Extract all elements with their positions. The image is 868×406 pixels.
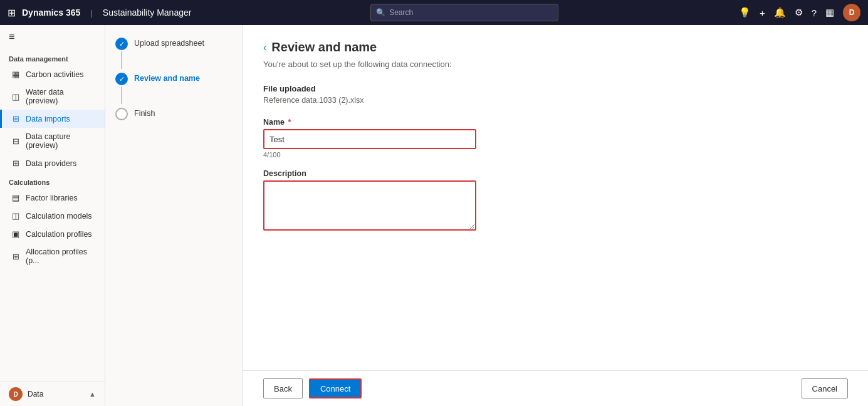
step2-line: ✓ [115,73,128,105]
sidebar-bottom-bar[interactable]: D Data ▲ [0,382,105,406]
step-review: ✓ Review and name [115,73,233,105]
search-icon: 🔍 [376,8,385,17]
sidebar-hamburger-icon[interactable]: ≡ [0,25,105,49]
grid-icon[interactable]: ▦ [825,7,834,18]
nav-divider: | [90,8,92,18]
main-layout: ≡ Data management ▦ Carbon activities ◫ … [0,25,868,406]
sidebar-item-factor-libraries[interactable]: ▤ Factor libraries [0,189,105,207]
back-arrow-icon[interactable]: ‹ [263,42,266,53]
sidebar-item-data-providers[interactable]: ⊞ Data providers [0,154,105,172]
water-icon: ◫ [11,92,21,102]
waffle-icon[interactable]: ⊞ [8,7,16,19]
sidebar-item-data-capture[interactable]: ⊟ Data capture (preview) [0,128,105,154]
sidebar-item-calculation-profiles[interactable]: ▣ Calculation profiles [0,225,105,243]
capture-icon: ⊟ [11,137,21,146]
sidebar-label-imports: Data imports [26,115,70,123]
factor-icon: ▤ [11,193,21,202]
cancel-button[interactable]: Cancel [802,378,848,398]
step1-line: ✓ [115,38,128,70]
sidebar-label-calc-profiles: Calculation profiles [26,230,92,239]
help-icon[interactable]: ? [812,8,817,18]
sidebar-label-models: Calculation models [26,212,92,221]
imports-icon: ⊞ [11,114,21,123]
step3-circle [115,108,128,120]
search-placeholder: Search [389,8,413,17]
step2-connector [121,86,122,104]
step1-label: Upload spreadsheet [134,38,204,49]
search-box[interactable]: 🔍 Search [370,4,558,21]
models-icon: ◫ [11,211,21,221]
sidebar-bottom-chevron-icon: ▲ [89,390,96,398]
char-count: 4/100 [263,151,848,159]
nav-right: 💡 + 🔔 ⚙ ? ▦ D [739,4,860,21]
carbon-icon: ▦ [11,70,21,79]
sidebar: ≡ Data management ▦ Carbon activities ◫ … [0,25,105,406]
sidebar-label-alloc: Allocation profiles (p... [26,247,96,265]
user-avatar[interactable]: D [843,4,860,21]
form-section: File uploaded Reference data.1033 (2).xl… [263,84,848,232]
section-calculations: Calculations [0,172,105,189]
sidebar-item-calculation-models[interactable]: ◫ Calculation models [0,207,105,225]
top-navigation: ⊞ Dynamics 365 | Sustainability Manager … [0,0,868,25]
name-required-star: * [286,118,291,127]
sidebar-label-providers: Data providers [26,159,76,168]
connect-button[interactable]: Connect [309,378,362,398]
page-title: Review and name [271,40,377,55]
sidebar-item-water-data[interactable]: ◫ Water data (preview) [0,83,105,110]
alloc-icon: ⊞ [11,252,21,261]
sidebar-bottom-label: Data [28,390,84,398]
lightbulb-icon[interactable]: 💡 [739,7,751,18]
plus-icon[interactable]: + [760,8,765,18]
page-subtitle: You're about to set up the following dat… [263,60,848,69]
content-area: ‹ Review and name You're about to set up… [243,25,868,406]
sidebar-item-allocation-profiles[interactable]: ⊞ Allocation profiles (p... [0,243,105,269]
calc-profiles-icon: ▣ [11,229,21,239]
sidebar-label-water: Water data (preview) [26,88,96,105]
sidebar-bottom-avatar: D [9,387,23,401]
bell-icon[interactable]: 🔔 [774,7,786,18]
file-uploaded-heading: File uploaded [263,84,848,93]
sidebar-label-capture: Data capture (preview) [26,132,96,150]
step1-circle: ✓ [115,38,128,50]
sidebar-item-carbon-activities[interactable]: ▦ Carbon activities [0,65,105,83]
sidebar-item-data-imports[interactable]: ⊞ Data imports [0,110,105,128]
brand-name: Dynamics 365 [22,8,80,18]
providers-icon: ⊞ [11,159,21,168]
section-data-management: Data management [0,49,105,65]
sidebar-label-factor: Factor libraries [26,194,78,202]
page-header: ‹ Review and name [263,40,848,55]
wizard-panel: ✓ Upload spreadsheet ✓ Review and name F… [105,25,243,406]
back-button[interactable]: Back [263,378,303,398]
nav-left: ⊞ Dynamics 365 | Sustainability Manager … [8,4,731,21]
step2-label: Review and name [134,73,200,85]
step1-connector [121,51,122,69]
footer-bar: Back Connect Cancel [243,370,868,406]
name-input[interactable] [263,129,476,149]
step3-label: Finish [134,108,155,120]
gear-icon[interactable]: ⚙ [795,7,803,18]
name-field-label: Name * [263,118,291,127]
sidebar-label-carbon: Carbon activities [26,70,83,79]
description-textarea[interactable] [263,180,476,231]
step2-circle: ✓ [115,73,128,85]
page-content: ‹ Review and name You're about to set up… [243,25,868,370]
description-field-label: Description [263,169,306,178]
step-upload: ✓ Upload spreadsheet [115,38,233,70]
app-name: Sustainability Manager [103,8,192,18]
file-name-value: Reference data.1033 (2).xlsx [263,96,848,105]
step-finish: Finish [115,108,233,120]
step3-line [115,108,128,120]
